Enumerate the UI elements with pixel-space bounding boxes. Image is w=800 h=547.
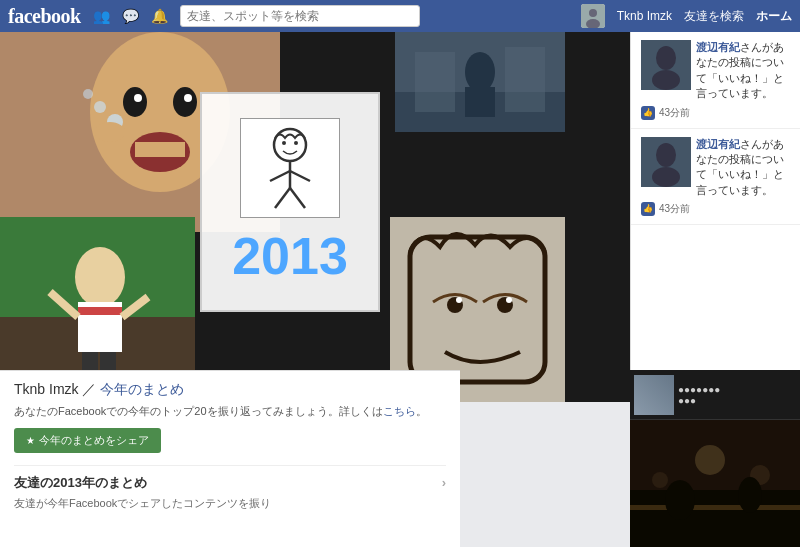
svg-rect-20	[415, 52, 455, 112]
people-icon[interactable]: 👥	[89, 6, 114, 26]
svg-rect-21	[505, 47, 545, 112]
navbar: facebook 👥 💬 🔔 Tknb Imzk 友達を検索 ホーム	[0, 0, 800, 32]
notif-2-header: 渡辺有紀さんがあなたの投稿について「いいね！」と言っています。	[641, 137, 790, 199]
friends-section: 友達の2013年のまとめ › 友達が今年Facebookでシェアしたコンテンツを…	[14, 465, 446, 511]
notif-1-time: 👍 43分前	[641, 106, 790, 120]
svg-point-53	[652, 167, 680, 187]
right-bottom-panel: ●●●●●●●●●●	[630, 370, 800, 547]
notif-1-header: 渡辺有紀さんがあなたの投稿について「いいね！」と言っています。	[641, 40, 790, 102]
notif-2-thumb	[641, 137, 691, 187]
svg-rect-59	[630, 505, 800, 510]
svg-point-7	[173, 87, 197, 117]
svg-rect-55	[630, 490, 800, 547]
user-name-nav[interactable]: Tknb Imzk	[617, 9, 672, 23]
svg-point-61	[738, 477, 762, 513]
center-panel: 2013	[0, 32, 630, 547]
right-bottom-photo	[630, 420, 800, 547]
svg-point-52	[656, 143, 676, 167]
cover-photo: 2013	[0, 32, 630, 402]
notification-2[interactable]: 渡辺有紀さんがあなたの投稿について「いいね！」と言っています。 👍 43分前	[631, 129, 800, 226]
notification-1[interactable]: 渡辺有紀さんがあなたの投稿について「いいね！」と言っています。 👍 43分前	[631, 32, 800, 129]
svg-point-6	[123, 87, 147, 117]
nav-right: Tknb Imzk 友達を検索 ホーム	[581, 4, 792, 28]
find-friends-link[interactable]: 友達を検索	[684, 8, 744, 25]
notif-2-author: 渡辺有紀	[696, 138, 740, 150]
svg-rect-35	[78, 307, 122, 315]
right-bottom-img	[634, 375, 674, 415]
friends-arrow-icon[interactable]: ›	[442, 475, 446, 490]
bottom-section: Tknb Imzk ／ 今年のまとめ あなたのFacebookでの今年のトップ2…	[0, 370, 460, 547]
notif-1-author: 渡辺有紀	[696, 41, 740, 53]
year-summary-link[interactable]: 今年のまとめ	[100, 381, 184, 397]
user-title: Tknb Imzk ／ 今年のまとめ	[14, 381, 446, 399]
notif-1-timestamp: 43分前	[659, 106, 690, 120]
svg-point-47	[506, 297, 512, 303]
like-icon-2: 👍	[641, 202, 655, 216]
svg-point-46	[456, 297, 462, 303]
notifications-icon[interactable]: 🔔	[147, 6, 172, 26]
notif-2-timestamp: 43分前	[659, 202, 690, 216]
user-avatar[interactable]	[581, 4, 605, 28]
svg-point-56	[695, 445, 725, 475]
search-input[interactable]	[180, 5, 420, 27]
friends-section-title: 友達の2013年のまとめ	[14, 474, 147, 492]
right-bottom-top: ●●●●●●●●●●	[630, 370, 800, 420]
svg-point-25	[294, 141, 298, 145]
notif-2-time: 👍 43分前	[641, 202, 790, 216]
notif-1-thumb	[641, 40, 691, 90]
svg-rect-19	[465, 87, 495, 117]
year-overlay: 2013	[200, 92, 380, 312]
svg-point-58	[652, 472, 668, 488]
photo-tr-svg	[395, 32, 565, 132]
home-link[interactable]: ホーム	[756, 8, 792, 25]
svg-point-24	[282, 141, 286, 145]
main-content: 2013	[0, 32, 800, 547]
svg-point-60	[665, 480, 695, 520]
friends-title: 友達の2013年のまとめ ›	[14, 474, 446, 492]
svg-point-9	[184, 94, 192, 102]
separator-text: ／	[82, 381, 96, 397]
avatar-drawing	[240, 118, 340, 218]
svg-point-14	[83, 89, 93, 99]
svg-point-8	[134, 94, 142, 102]
facebook-logo: facebook	[8, 5, 81, 28]
stick-figure-svg	[245, 123, 335, 213]
svg-point-1	[589, 9, 597, 17]
nav-icons: 👥 💬 🔔	[89, 6, 172, 26]
svg-point-33	[75, 247, 125, 307]
messages-icon[interactable]: 💬	[118, 6, 143, 26]
username-text: Tknb Imzk	[14, 381, 79, 397]
right-bottom-label: ●●●●●●●●●●	[678, 384, 796, 406]
notif-2-text: 渡辺有紀さんがあなたの投稿について「いいね！」と言っています。	[696, 137, 790, 199]
description-text: あなたのFacebookでの今年のトップ20を振り返ってみましょう。詳しくはこち…	[14, 403, 446, 420]
svg-rect-11	[135, 142, 185, 157]
svg-point-15	[95, 122, 125, 142]
svg-point-50	[652, 70, 680, 90]
like-icon-1: 👍	[641, 106, 655, 120]
year-text: 2013	[232, 226, 348, 286]
svg-point-13	[94, 101, 106, 113]
photo-tr	[395, 32, 565, 132]
notif-1-text: 渡辺有紀さんがあなたの投稿について「いいね！」と言っています。	[696, 40, 790, 102]
details-link[interactable]: こちら	[383, 405, 416, 417]
friends-desc-text: 友達が今年Facebookでシェアしたコンテンツを振り	[14, 496, 446, 511]
right-panel: 渡辺有紀さんがあなたの投稿について「いいね！」と言っています。 👍 43分前	[630, 32, 800, 547]
share-button[interactable]: 今年のまとめをシェア	[14, 428, 161, 453]
svg-point-49	[656, 46, 676, 70]
svg-point-18	[465, 52, 495, 92]
